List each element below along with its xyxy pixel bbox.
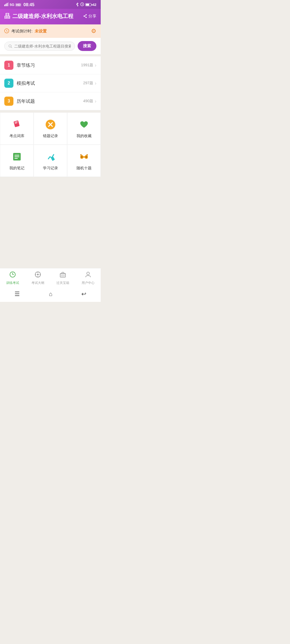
search-input[interactable] (14, 44, 71, 48)
menu-count-mock: 297题 (83, 81, 93, 86)
network-type: 5G (10, 3, 14, 7)
svg-point-29 (85, 156, 87, 158)
feature-error-record[interactable]: 错题记录 (34, 112, 67, 145)
bottom-nav: 训练考试 考试大纲 过关宝箱 (0, 268, 101, 287)
nav-user-label: 用户中心 (82, 281, 95, 285)
countdown-info: 考试倒计时: 未设置 (4, 28, 47, 34)
favorites-icon (78, 119, 90, 131)
random-questions-icon (78, 151, 90, 164)
svg-line-12 (11, 47, 12, 48)
feature-error-label: 错题记录 (43, 134, 58, 138)
search-icon (8, 44, 12, 48)
system-nav-bar: ☰ ⌂ ↩ (0, 287, 101, 302)
keyword-library-icon (11, 119, 23, 131)
status-right: 42 (76, 2, 96, 7)
training-nav-icon (9, 271, 16, 280)
menu-name-mock: 模拟考试 (17, 80, 83, 86)
countdown-label: 考试倒计时: (11, 29, 32, 34)
menu-name-history: 历年试题 (17, 98, 83, 104)
share-button[interactable]: 分享 (83, 14, 96, 19)
svg-rect-3 (8, 2, 9, 6)
menu-count-history: 490题 (83, 99, 93, 104)
nav-item-treasure[interactable]: 过关宝箱 (53, 271, 72, 285)
share-label: 分享 (88, 14, 96, 19)
feature-notes-label: 我的笔记 (9, 166, 24, 171)
countdown-clock-icon (4, 28, 9, 34)
svg-rect-21 (15, 155, 19, 156)
feature-keyword-library[interactable]: 考点词库 (0, 112, 34, 145)
feature-random-questions[interactable]: 随机十题 (67, 145, 101, 177)
feature-study-label: 学习记录 (43, 166, 58, 171)
signal-indicator (4, 2, 9, 7)
nav-treasure-label: 过关宝箱 (56, 281, 69, 285)
clock-icon (80, 2, 84, 7)
nav-item-training[interactable]: 训练考试 (3, 271, 22, 285)
svg-rect-27 (83, 156, 85, 158)
menu-number-1: 1 (4, 61, 13, 70)
page-header: 品 二级建造师-水利水电工程 分享 (0, 9, 101, 24)
settings-icon[interactable]: ⚙ (91, 28, 96, 35)
menu-item-mock[interactable]: 2 模拟考试 297题 › (0, 74, 101, 92)
outline-nav-icon (34, 271, 41, 280)
menu-number-3: 3 (4, 97, 13, 106)
menu-number-2: 2 (4, 79, 13, 88)
sys-menu-button[interactable]: ☰ (9, 290, 25, 299)
feature-notes[interactable]: 我的笔记 (0, 145, 34, 177)
battery-icon (85, 3, 91, 6)
feature-keyword-label: 考点词库 (9, 134, 24, 138)
nav-training-label: 训练考试 (6, 281, 19, 285)
menu-list: 1 章节练习 1991题 › 2 模拟考试 297题 › 3 历年试题 490题… (0, 56, 101, 110)
svg-rect-22 (15, 156, 19, 157)
empty-content-area (0, 177, 101, 268)
svg-rect-2 (7, 3, 8, 6)
features-grid: 考点词库 错题记录 我的收藏 (0, 112, 101, 177)
chevron-icon: › (95, 98, 96, 104)
time-display: 08:45 (23, 2, 34, 7)
sys-back-button[interactable]: ↩ (76, 290, 92, 299)
search-input-wrap[interactable] (4, 42, 75, 51)
hd-badge: HD (15, 3, 21, 6)
error-record-icon (45, 119, 56, 131)
treasure-nav-icon (59, 271, 66, 280)
nav-outline-label: 考试大纲 (31, 281, 44, 285)
search-button[interactable]: 搜索 (78, 41, 96, 51)
header-title: 品 二级建造师-水利水电工程 (4, 12, 73, 20)
feature-favorites[interactable]: 我的收藏 (67, 112, 101, 145)
menu-count-chapter: 1991题 (81, 63, 93, 68)
svg-rect-23 (15, 158, 18, 159)
svg-rect-0 (4, 5, 5, 6)
svg-point-34 (37, 274, 39, 275)
svg-rect-1 (6, 4, 6, 6)
sys-home-button[interactable]: ⌂ (44, 290, 58, 299)
countdown-bar: 考试倒计时: 未设置 ⚙ (0, 24, 101, 38)
countdown-value: 未设置 (35, 29, 47, 34)
feature-study-record[interactable]: 学习记录 (34, 145, 67, 177)
status-bar: 5G HD 08:45 42 (0, 0, 101, 9)
battery-level: 42 (93, 3, 96, 7)
svg-point-11 (9, 45, 11, 47)
menu-name-chapter: 章节练习 (17, 62, 81, 68)
chevron-icon: › (95, 80, 96, 86)
user-nav-icon (85, 271, 92, 280)
svg-point-43 (87, 272, 89, 275)
feature-favorites-label: 我的收藏 (77, 134, 92, 138)
bluetooth-icon (76, 2, 79, 7)
svg-line-9 (84, 16, 86, 17)
svg-point-28 (81, 156, 83, 158)
svg-rect-30 (80, 154, 82, 155)
svg-rect-31 (86, 154, 88, 155)
menu-item-chapter[interactable]: 1 章节练习 1991题 › (0, 56, 101, 74)
svg-line-8 (84, 15, 86, 16)
svg-rect-40 (60, 273, 66, 275)
menu-item-history[interactable]: 3 历年试题 490题 › (0, 92, 101, 110)
nav-item-user[interactable]: 用户中心 (79, 271, 97, 285)
status-left: 5G HD 08:45 (4, 2, 34, 7)
feature-random-label: 随机十题 (77, 166, 92, 171)
study-record-icon (45, 151, 56, 164)
search-area: 搜索 (0, 38, 101, 54)
header-title-text: 二级建造师-水利水电工程 (12, 13, 73, 20)
chevron-icon: › (95, 63, 96, 68)
notes-icon (11, 151, 23, 164)
app-logo-icon: 品 (4, 12, 10, 20)
nav-item-outline[interactable]: 考试大纲 (28, 271, 47, 285)
